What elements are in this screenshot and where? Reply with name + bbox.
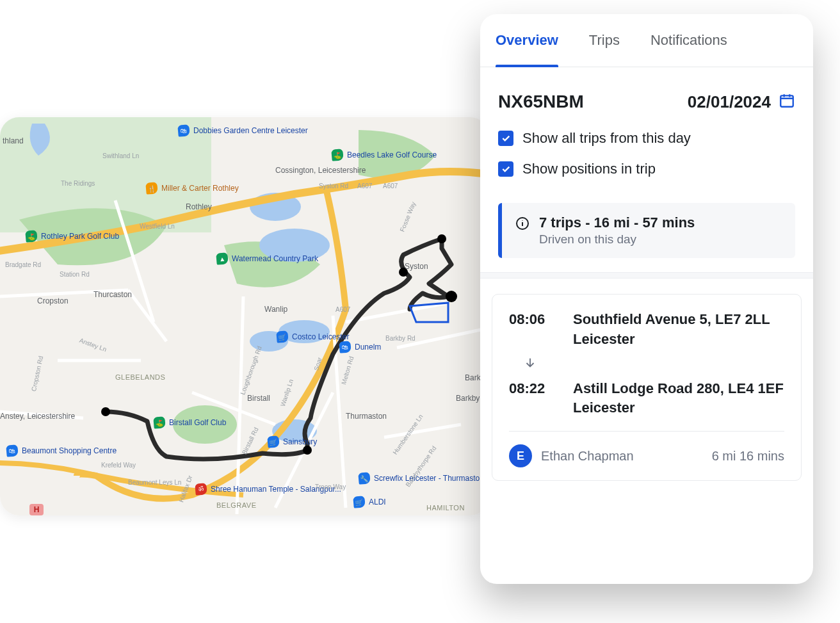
shop-icon: 🛒: [276, 330, 289, 343]
map-poi[interactable]: 🛒Sainsbury: [268, 436, 317, 448]
checkbox-label: Show all trips from this day: [522, 130, 691, 147]
map-label: Cropston: [37, 296, 69, 305]
checkbox-show-positions[interactable]: Show positions in trip: [480, 158, 813, 189]
shop-icon: 🛒: [267, 435, 280, 448]
hospital-icon: H: [29, 504, 44, 515]
svg-point-8: [101, 407, 110, 416]
map-label: Birstall: [247, 394, 270, 403]
svg-point-11: [437, 234, 446, 243]
vehicle-id: NX65NBM: [498, 92, 584, 112]
map-poi[interactable]: 🛍Beaumont Shopping Centre: [6, 445, 117, 457]
map-road-label: Krefeld Way: [101, 462, 136, 469]
map-label: Wanlip: [264, 305, 287, 314]
map-label: Cossington, Leicestershire: [275, 166, 366, 175]
map-road-label: Troon Way: [315, 483, 346, 490]
trip-start-time: 08:06: [509, 310, 556, 330]
map-label: Anstey, Leicestershire: [0, 412, 75, 421]
trip-end-address: Astill Lodge Road 280, LE4 1EF Leicester: [573, 379, 784, 419]
trip-stats: 6 mi 16 mins: [712, 449, 784, 464]
tab-bar: Overview Trips Notifications: [480, 14, 813, 67]
shop-icon: 🔧: [358, 472, 371, 485]
summary-sub: Driven on this day: [539, 232, 695, 247]
map-poi[interactable]: ▲Watermead Country Park: [216, 253, 318, 264]
map-poi[interactable]: 🔧Screwfix Leicester - Thurmaston: [359, 473, 484, 484]
trip-end-time: 08:22: [509, 379, 556, 399]
tab-trips[interactable]: Trips: [589, 32, 620, 67]
day-summary: 7 trips - 16 mi - 57 mins Driven on this…: [498, 203, 795, 258]
map-road-label: Bradgate Rd: [5, 261, 41, 268]
tab-notifications[interactable]: Notifications: [650, 32, 727, 67]
map-label: thland: [3, 136, 24, 145]
temple-icon: ॐ: [195, 483, 207, 496]
map-poi[interactable]: ⛳Rothley Park Golf Club: [26, 231, 119, 242]
map-poi[interactable]: 🛒Costco Leicester: [277, 331, 349, 343]
map-poi[interactable]: ⛳Birstall Golf Club: [154, 417, 226, 428]
shop-icon: 🛍: [6, 444, 19, 457]
map-road-label: A607: [357, 182, 372, 190]
summary-main: 7 trips - 16 mi - 57 mins: [539, 214, 695, 231]
shop-icon: 🛍: [177, 124, 190, 137]
golf-icon: ⛳: [25, 230, 38, 243]
tab-overview[interactable]: Overview: [496, 32, 558, 67]
checkbox-show-all-trips[interactable]: Show all trips from this day: [480, 118, 813, 158]
trip-start-address: Southfield Avenue 5, LE7 2LL Leicester: [573, 310, 784, 350]
map-label: Thurcaston: [93, 290, 132, 299]
golf-icon: ⛳: [153, 416, 166, 429]
map-road-label: A607: [383, 182, 398, 190]
checkbox-icon: [498, 131, 513, 146]
map-road-label: Westfield Ln: [140, 223, 175, 230]
map-road-label: A607: [335, 306, 350, 313]
park-icon: ▲: [216, 252, 229, 265]
svg-point-12: [446, 291, 457, 302]
driver-name: Ethan Chapman: [541, 449, 634, 464]
checkbox-label: Show positions in trip: [522, 161, 656, 177]
trip-card[interactable]: 08:06 Southfield Avenue 5, LE7 2LL Leice…: [492, 294, 802, 481]
map-road-label: Barkby Rd: [385, 335, 416, 342]
golf-icon: ⛳: [331, 149, 344, 161]
calendar-icon: [779, 92, 795, 111]
map-label: Thurmaston: [346, 412, 387, 421]
date-text: 02/01/2024: [688, 92, 771, 112]
map-label: Rothley: [186, 202, 212, 211]
map-road-label: Swithland Ln: [102, 152, 139, 159]
map[interactable]: thland Swithland Ln The Ridings 🛍Dobbies…: [0, 117, 489, 515]
details-panel: Overview Trips Notifications NX65NBM 02/…: [480, 14, 813, 584]
map-road-label: The Ridings: [61, 180, 95, 187]
shop-icon: 🛒: [353, 496, 366, 508]
arrow-down-icon: [509, 350, 784, 379]
map-label: Syston: [405, 262, 428, 271]
checkbox-icon: [498, 161, 513, 177]
shop-icon: 🛍: [339, 341, 351, 353]
trip-driver: E Ethan Chapman: [509, 444, 634, 467]
map-road-label: Syston Rd: [319, 182, 348, 190]
map-poi[interactable]: 🛒ALDI: [353, 496, 386, 508]
map-area-label: HAMILTON: [426, 504, 465, 512]
restaurant-icon: 🍴: [145, 182, 158, 195]
divider: [480, 272, 813, 279]
map-area-label: BELGRAVE: [216, 501, 257, 509]
date-picker[interactable]: 02/01/2024: [688, 92, 795, 112]
svg-rect-13: [780, 95, 793, 106]
map-poi[interactable]: 🍴Miller & Carter Rothley: [146, 182, 239, 194]
map-poi[interactable]: ⛳Beedles Lake Golf Course: [332, 149, 437, 161]
map-poi[interactable]: 🛍Dobbies Garden Centre Leicester: [178, 125, 308, 136]
avatar: E: [509, 444, 532, 467]
map-poi[interactable]: 🛍Dunelm: [339, 341, 381, 353]
map-road-label: Station Rd: [60, 271, 90, 278]
map-road-label: Beaumont Leys Ln: [128, 479, 181, 486]
info-icon: [515, 216, 530, 234]
map-area-label: GLEBELANDS: [115, 373, 165, 381]
